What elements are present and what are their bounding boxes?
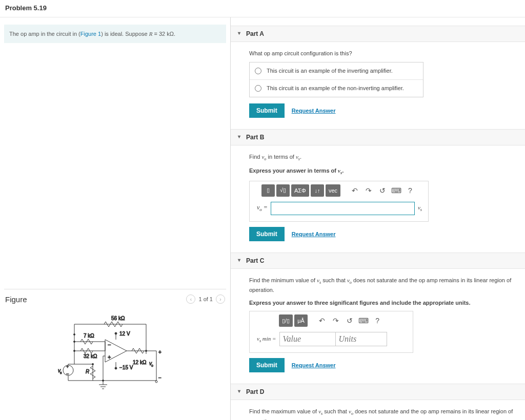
redo-icon[interactable]: ↷ xyxy=(330,314,342,327)
part-b-instructions: Express your answer in terms of vs. xyxy=(249,166,516,177)
svg-text:s: s xyxy=(60,371,62,374)
svg-point-7 xyxy=(115,367,117,369)
svg-text:+: + xyxy=(108,354,111,360)
svg-text:+: + xyxy=(158,349,161,355)
svg-point-14 xyxy=(155,381,157,383)
prompt-text: ) is ideal. Suppose xyxy=(101,31,149,37)
svg-text:R: R xyxy=(86,369,89,374)
svg-text:12 V: 12 V xyxy=(119,331,130,337)
keyboard-icon[interactable]: ⌨ xyxy=(390,184,402,197)
svg-point-26 xyxy=(102,380,104,382)
request-answer-link[interactable]: Request Answer xyxy=(292,108,336,114)
equation-input[interactable] xyxy=(271,202,415,215)
keyboard-icon[interactable]: ⌨ xyxy=(357,314,370,327)
part-d-question: Find the maximum value of vs such that v… xyxy=(249,407,516,420)
fraction-tool[interactable]: ▯/▯ xyxy=(279,314,293,327)
svg-point-23 xyxy=(73,334,75,335)
part-a-header[interactable]: Part A xyxy=(231,26,525,42)
choice-label: This circuit is an example of the invert… xyxy=(267,68,393,74)
prompt-text: The op amp in the circuit in ( xyxy=(9,31,80,37)
help-icon[interactable]: ? xyxy=(371,314,383,327)
figure-link[interactable]: Figure 1 xyxy=(80,31,101,37)
svg-point-21 xyxy=(73,341,75,343)
svg-text:56 kΩ: 56 kΩ xyxy=(111,316,125,321)
submit-button[interactable]: Submit xyxy=(249,227,285,241)
template-tool[interactable]: ▯ xyxy=(261,184,275,197)
svg-text:−: − xyxy=(108,342,111,348)
part-b: Part B Find vo in terms of vs. Express y… xyxy=(231,129,525,244)
figure-prev-button[interactable]: ‹ xyxy=(186,295,195,304)
radio-noninverting[interactable] xyxy=(255,85,261,92)
part-b-answer-box: ▯ √▯ ΑΣΦ ↓↑ vec ↶ ↷ ↺ ⌨ ? xyxy=(249,181,429,222)
request-answer-link[interactable]: Request Answer xyxy=(292,362,336,368)
equation-toolbar: ▯ √▯ ΑΣΦ ↓↑ vec ↶ ↷ ↺ ⌨ ? xyxy=(254,184,424,197)
equation-lhs: vo = xyxy=(254,204,268,212)
sqrt-tool[interactable]: √▯ xyxy=(276,184,290,197)
left-column: The op amp in the circuit in (Figure 1) … xyxy=(0,17,231,420)
undo-icon[interactable]: ↶ xyxy=(349,184,361,197)
part-a: Part A What op amp circuit configuration… xyxy=(231,26,525,121)
vec-tool[interactable]: vec xyxy=(326,184,340,197)
request-answer-link[interactable]: Request Answer xyxy=(292,231,336,237)
value-input[interactable] xyxy=(279,332,336,346)
submit-button[interactable]: Submit xyxy=(249,103,285,118)
svg-text:−15 V: −15 V xyxy=(119,365,133,370)
svg-text:o: o xyxy=(151,364,153,367)
part-c-instructions: Express your answer to three significant… xyxy=(249,299,516,307)
figure-counter: 1 of 1 xyxy=(198,296,213,302)
part-c-header[interactable]: Part C xyxy=(231,253,525,269)
svg-point-24 xyxy=(92,364,93,365)
units-tool[interactable]: μÅ xyxy=(294,314,308,327)
figure-nav: ‹ 1 of 1 › xyxy=(186,295,225,304)
part-a-question: What op amp circuit configuration is thi… xyxy=(249,49,516,58)
quantity-label: vs min = xyxy=(254,335,279,343)
part-c-answer-box: ▯/▯ μÅ ↶ ↷ ↺ ⌨ ? vs min = xyxy=(249,311,413,353)
equation-rhs-unit: vs xyxy=(418,204,424,212)
part-c-question: Find the minimum value of vs such that v… xyxy=(249,276,516,295)
svg-text:7 kΩ: 7 kΩ xyxy=(84,333,94,339)
figure-title: Figure xyxy=(5,295,27,304)
greek-tool[interactable]: ΑΣΦ xyxy=(291,184,309,197)
submit-button[interactable]: Submit xyxy=(249,358,285,372)
part-b-header[interactable]: Part B xyxy=(231,129,525,145)
choice-inverting[interactable]: This circuit is an example of the invert… xyxy=(250,62,423,79)
svg-text:−: − xyxy=(158,375,161,381)
choice-label: This circuit is an example of the non-in… xyxy=(267,85,404,91)
circuit-diagram: 56 kΩ 7 kΩ 32 kΩ xyxy=(44,314,187,401)
help-icon[interactable]: ? xyxy=(404,184,416,197)
units-input[interactable] xyxy=(336,332,387,346)
figure-section: Figure ‹ 1 of 1 › 56 kΩ xyxy=(4,289,226,401)
right-column: Part A What op amp circuit configuration… xyxy=(231,17,525,420)
part-b-question: Find vo in terms of vs. xyxy=(249,153,516,163)
svg-point-22 xyxy=(73,350,75,352)
svg-point-25 xyxy=(145,350,147,352)
part-a-choices: This circuit is an example of the invert… xyxy=(249,62,423,97)
undo-icon[interactable]: ↶ xyxy=(316,314,328,327)
prompt-eq: = 32 kΩ. xyxy=(152,31,175,37)
subsup-tool[interactable]: ↓↑ xyxy=(311,184,324,197)
redo-icon[interactable]: ↷ xyxy=(362,184,375,197)
svg-point-5 xyxy=(115,332,117,334)
page-title: Problem 5.19 xyxy=(0,0,525,17)
radio-inverting[interactable] xyxy=(255,68,261,74)
reset-icon[interactable]: ↺ xyxy=(376,184,389,197)
choice-noninverting[interactable]: This circuit is an example of the non-in… xyxy=(250,79,423,97)
part-c: Part C Find the minimum value of vs such… xyxy=(231,253,525,376)
svg-text:12 kΩ: 12 kΩ xyxy=(133,360,147,365)
part-d-header[interactable]: Part D xyxy=(231,384,525,400)
reset-icon[interactable]: ↺ xyxy=(344,314,356,327)
units-toolbar: ▯/▯ μÅ ↶ ↷ ↺ ⌨ ? xyxy=(254,314,409,327)
part-d: Part D Find the maximum value of vs such… xyxy=(231,384,525,420)
svg-text:32 kΩ: 32 kΩ xyxy=(84,353,97,359)
problem-prompt: The op amp in the circuit in (Figure 1) … xyxy=(4,25,226,43)
figure-next-button[interactable]: › xyxy=(216,295,225,304)
